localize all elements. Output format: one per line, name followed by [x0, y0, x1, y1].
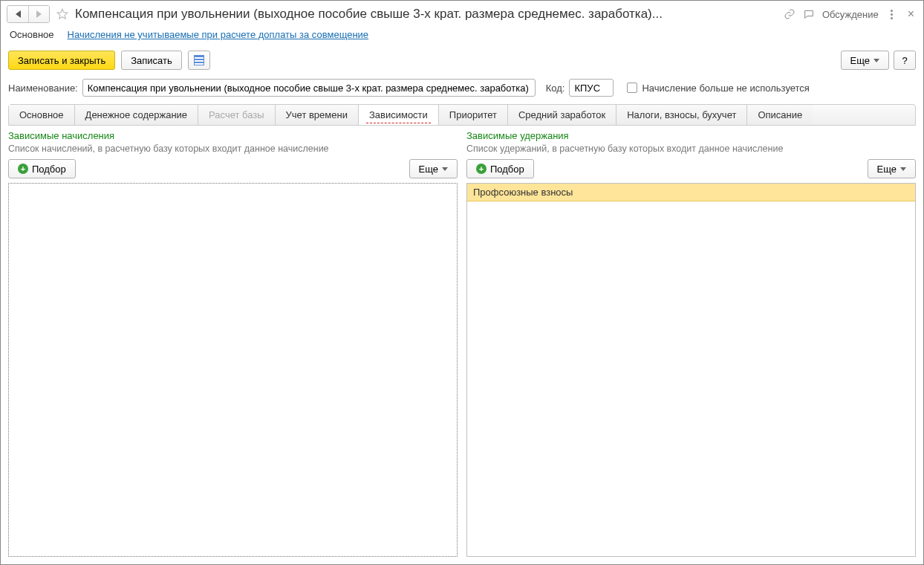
- form-row: Наименование: Код: Начисление больше не …: [1, 77, 923, 104]
- tab-main[interactable]: Основное: [9, 105, 75, 125]
- tab-money[interactable]: Денежное содержание: [75, 105, 198, 125]
- tab-avg[interactable]: Средний заработок: [508, 105, 616, 125]
- tabs: Основное Денежное содержание Расчет базы…: [8, 104, 916, 126]
- left-desc: Список начислений, в расчетную базу кото…: [8, 143, 458, 155]
- left-pick-button[interactable]: +Подбор: [8, 159, 76, 178]
- left-title: Зависимые начисления: [8, 130, 458, 141]
- right-title: Зависимые удержания: [466, 130, 916, 141]
- more-button[interactable]: Еще: [841, 51, 889, 70]
- subnav-main[interactable]: Основное: [10, 29, 54, 40]
- report-icon-button[interactable]: [188, 51, 210, 70]
- toolbar: Записать и закрыть Записать Еще ?: [1, 48, 923, 77]
- name-label: Наименование:: [8, 83, 78, 94]
- right-column: Зависимые удержания Список удержаний, в …: [466, 130, 916, 557]
- left-more-button[interactable]: Еще: [409, 159, 458, 178]
- chat-icon[interactable]: [803, 8, 815, 20]
- caret-down-icon: [900, 167, 906, 171]
- tab-time[interactable]: Учет времени: [276, 105, 359, 125]
- code-input[interactable]: [569, 79, 614, 97]
- right-pick-button[interactable]: +Подбор: [466, 159, 534, 178]
- plus-icon: +: [18, 164, 28, 174]
- window-root: Компенсация при увольнении (выходное пос…: [0, 0, 924, 565]
- favorite-star-icon[interactable]: [56, 7, 69, 21]
- left-toolbar: +Подбор Еще: [8, 159, 458, 178]
- save-button[interactable]: Записать: [121, 51, 182, 70]
- discussion-label[interactable]: Обсуждение: [822, 9, 879, 20]
- window-header: Компенсация при увольнении (выходное пос…: [1, 1, 923, 25]
- help-button[interactable]: ?: [894, 51, 916, 70]
- unused-label: Начисление больше не используется: [642, 83, 809, 94]
- toolbar-right: Еще ?: [841, 51, 916, 70]
- left-listbox[interactable]: [8, 183, 458, 557]
- arrow-left-icon: [16, 10, 21, 18]
- forward-button[interactable]: [28, 6, 49, 22]
- right-toolbar: +Подбор Еще: [466, 159, 916, 178]
- right-more-button[interactable]: Еще: [868, 159, 916, 178]
- caret-down-icon: [442, 167, 448, 171]
- code-label: Код:: [546, 83, 565, 94]
- tab-tax[interactable]: Налоги, взносы, бухучет: [616, 105, 747, 125]
- subnav-link[interactable]: Начисления не учитываемые при расчете до…: [68, 29, 369, 40]
- back-button[interactable]: [7, 6, 28, 22]
- header-right-group: Обсуждение ×: [784, 7, 917, 21]
- nav-buttons: [7, 5, 50, 23]
- tab-content: Зависимые начисления Список начислений, …: [1, 126, 923, 564]
- name-input[interactable]: [82, 79, 536, 97]
- save-close-button[interactable]: Записать и закрыть: [8, 51, 115, 70]
- report-icon: [194, 55, 204, 65]
- sub-nav: Основное Начисления не учитываемые при р…: [1, 25, 923, 48]
- caret-down-icon: [873, 59, 879, 62]
- close-button[interactable]: ×: [905, 7, 917, 21]
- window-title: Компенсация при увольнении (выходное пос…: [75, 7, 778, 22]
- plus-icon: +: [476, 164, 487, 174]
- list-item[interactable]: Профсоюзные взносы: [466, 183, 916, 201]
- kebab-menu-icon[interactable]: [886, 10, 897, 19]
- link-icon[interactable]: [784, 8, 796, 20]
- tab-desc[interactable]: Описание: [747, 105, 813, 125]
- tab-base[interactable]: Расчет базы: [198, 105, 276, 125]
- left-column: Зависимые начисления Список начислений, …: [8, 130, 458, 557]
- tab-priority[interactable]: Приоритет: [439, 105, 508, 125]
- arrow-right-icon: [36, 10, 42, 18]
- unused-checkbox[interactable]: [627, 83, 637, 93]
- tab-dependencies[interactable]: Зависимости: [359, 105, 439, 125]
- right-listbox[interactable]: Профсоюзные взносы: [466, 183, 916, 557]
- right-desc: Список удержаний, в расчетную базу котор…: [466, 143, 916, 155]
